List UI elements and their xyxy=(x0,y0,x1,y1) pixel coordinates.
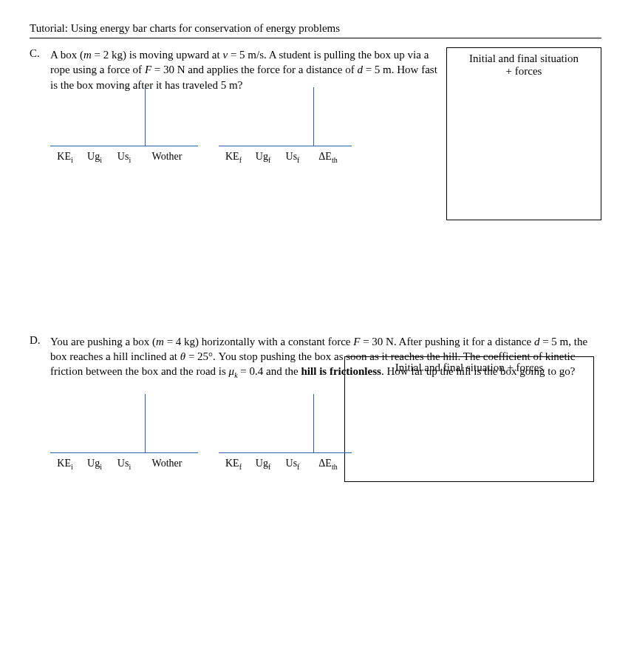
chart-c-final-labels: KEf Ugf Usf ΔEth xyxy=(219,151,349,164)
label-Usf: Us xyxy=(286,458,298,469)
problem-c-text: A box (m = 2 kg) is moving upward at v =… xyxy=(50,47,437,92)
sub: i xyxy=(71,463,73,471)
label-Usi: Us xyxy=(117,151,129,163)
chart-c-initial-labels: KEi Ugi Usi Wother xyxy=(50,151,195,164)
page-title: Tutorial: Using energy bar charts for co… xyxy=(30,22,601,35)
sub: f xyxy=(239,463,242,471)
sub: i xyxy=(129,463,131,471)
situation-box-d-text: Initial and final situation + forces xyxy=(345,362,593,374)
chart-d-final-labels: KEf Ugf Usf ΔEth xyxy=(219,458,349,471)
sub: i xyxy=(71,156,73,164)
chart-d-final: KEf Ugf Usf ΔEth xyxy=(219,394,352,471)
chart-d-initial: KEi Ugi Usi Wother xyxy=(50,394,198,471)
label-Ugf: Ug xyxy=(256,458,268,469)
sub: f xyxy=(239,156,242,164)
label-Ugi: Ug xyxy=(87,151,100,163)
label-KEf: KE xyxy=(225,458,239,469)
text: = 30 N. After pushing it for a distance xyxy=(360,336,534,347)
sub: f xyxy=(297,156,299,164)
text: = 30 N and applies the force for a dista… xyxy=(151,64,357,75)
sub: f xyxy=(297,463,299,471)
sub: i xyxy=(100,156,102,164)
sub: i xyxy=(100,463,102,471)
chart-d-initial-labels: KEi Ugi Usi Wother xyxy=(50,458,195,471)
sub: i xyxy=(129,156,131,164)
label-KEf: KE xyxy=(225,151,239,163)
sub: th xyxy=(332,463,338,471)
chart-c-initial: KEi Ugi Usi Wother xyxy=(50,87,198,164)
label-dEth: ΔE xyxy=(318,151,332,163)
label-Ugi: Ug xyxy=(87,458,100,469)
var-m: m xyxy=(156,336,164,347)
label-KEi: KE xyxy=(57,458,71,469)
var-mu: μ xyxy=(229,365,235,377)
situation-box-d: Initial and final situation + forces xyxy=(344,356,594,482)
var-d: d xyxy=(357,64,363,75)
var-F: F xyxy=(353,336,360,347)
title-rule xyxy=(30,38,601,38)
text: You are pushing a box ( xyxy=(50,336,156,347)
text: = 0.4 and the xyxy=(238,365,301,377)
situation-box-line1: Initial and final situation xyxy=(447,52,601,65)
charts-row-d: KEi Ugi Usi Wother xyxy=(50,394,352,471)
problem-d-letter: D. xyxy=(30,334,50,347)
label-Usi: Us xyxy=(117,458,129,469)
sub: f xyxy=(268,156,270,164)
situation-box-line2: + forces xyxy=(447,65,601,78)
sub: th xyxy=(332,156,338,164)
problem-c-letter: C. xyxy=(30,47,50,60)
text: = 4 kg) horizontally with a constant for… xyxy=(164,336,353,347)
text: = 2 kg) is moving upward at xyxy=(92,49,223,61)
label-KEi: KE xyxy=(57,151,71,163)
label-Wother: Wother xyxy=(152,151,183,163)
label-Usf: Us xyxy=(286,151,298,163)
label-Ugf: Ug xyxy=(256,151,268,163)
text: A box ( xyxy=(50,49,83,61)
var-F: F xyxy=(145,64,151,75)
label-dEth: ΔE xyxy=(318,458,332,469)
chart-c-final: KEf Ugf Usf ΔEth xyxy=(219,87,352,164)
sub: f xyxy=(268,463,270,471)
label-Wother: Wother xyxy=(152,458,183,469)
var-m: m xyxy=(83,49,92,61)
situation-box-c: Initial and final situation + forces xyxy=(446,47,601,220)
